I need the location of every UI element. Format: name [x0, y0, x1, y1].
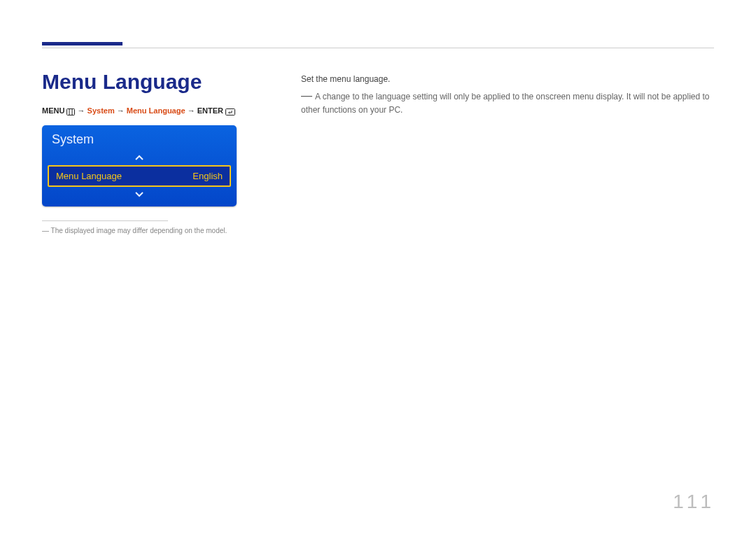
osd-selected-row[interactable]: Menu Language English	[48, 165, 231, 187]
enter-icon	[225, 107, 235, 115]
breadcrumb-menu-language: Menu Language	[127, 106, 186, 115]
svg-rect-0	[67, 109, 75, 115]
breadcrumb: MENU → System → Menu Language → ENTER	[42, 106, 280, 115]
page-title: Menu Language	[42, 70, 280, 94]
breadcrumb-system: System	[88, 106, 115, 115]
breadcrumb-arrow: →	[188, 106, 195, 115]
osd-selected-value: English	[192, 171, 223, 181]
breadcrumb-arrow: →	[78, 106, 85, 115]
breadcrumb-arrow: →	[117, 106, 125, 115]
osd-down-arrow[interactable]	[42, 188, 237, 201]
dash-icon: ―	[301, 90, 312, 101]
osd-title: System	[42, 125, 237, 151]
image-caption: ― The displayed image may differ dependi…	[42, 227, 280, 234]
menu-grid-icon	[66, 107, 75, 115]
description-text: Set the menu language.	[301, 73, 714, 86]
osd-up-arrow[interactable]	[42, 151, 237, 164]
page-number: 111	[673, 491, 714, 513]
osd-panel: System Menu Language English	[42, 125, 237, 206]
svg-rect-3	[226, 109, 235, 115]
breadcrumb-enter: ENTER	[197, 106, 223, 115]
breadcrumb-menu: MENU	[42, 106, 64, 115]
note-text: ―A change to the language setting will o…	[301, 90, 714, 117]
osd-selected-label: Menu Language	[56, 171, 122, 181]
